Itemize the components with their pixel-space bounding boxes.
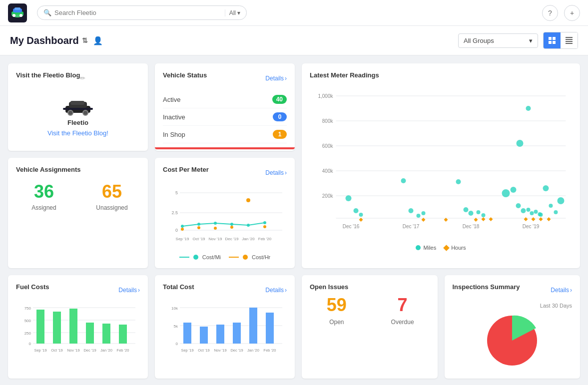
edit-icon[interactable]: ✏ (80, 74, 85, 82)
total-cost-details[interactable]: Details › (265, 287, 287, 294)
svg-point-42 (422, 211, 426, 215)
meter-scatter-chart: 1,000k 800k 600k 400k 200k Dec '16 Dec '… (310, 91, 572, 241)
svg-text:Dec '17: Dec '17 (403, 224, 420, 229)
svg-marker-68 (489, 217, 493, 221)
expand-view-button[interactable] (561, 32, 578, 48)
meter-readings-header: Latest Meter Readings (310, 71, 572, 85)
svg-point-61 (554, 210, 558, 214)
svg-point-18 (68, 110, 73, 115)
total-cost-header: Total Cost Details › (163, 283, 287, 297)
assigned-item: 36 Assigned (16, 181, 72, 211)
svg-rect-109 (102, 324, 110, 344)
svg-rect-107 (69, 309, 77, 344)
svg-rect-105 (36, 310, 44, 344)
fleetio-logo (8, 3, 27, 22)
svg-point-44 (464, 207, 469, 212)
vehicle-status-details[interactable]: Details › (265, 75, 287, 82)
svg-text:0: 0 (175, 228, 178, 233)
svg-point-40 (409, 208, 414, 213)
grid-icon (549, 37, 556, 44)
add-button[interactable]: + (564, 5, 580, 21)
svg-text:250: 250 (24, 331, 31, 336)
unassigned-label: Unassigned (96, 204, 127, 211)
cost-per-meter-header: Cost Per Meter Details › (163, 166, 287, 179)
page-header: My Dashboard ⇅ 👤 All Groups ▾ (0, 26, 588, 55)
cost-line-chart: 5 2.5 0 Sep '19 Oct '19 (163, 185, 287, 250)
chevron-down-icon: ▾ (529, 37, 533, 44)
unassigned-count: 65 (102, 181, 122, 202)
svg-text:Dec '19: Dec '19 (230, 348, 243, 353)
svg-point-47 (482, 213, 486, 217)
svg-point-59 (543, 185, 549, 191)
svg-rect-110 (119, 325, 127, 344)
svg-point-41 (417, 214, 421, 218)
blog-car-icon (63, 97, 93, 117)
svg-point-90 (263, 225, 266, 228)
logo[interactable] (8, 3, 27, 22)
svg-text:800k: 800k (322, 118, 334, 124)
grid-view-button[interactable] (544, 32, 561, 48)
cost-per-meter-chart: 5 2.5 0 Sep '19 Oct '19 (163, 185, 287, 250)
svg-point-82 (230, 223, 233, 226)
svg-point-50 (516, 203, 521, 208)
status-inshop-badge: 1 (273, 130, 287, 139)
svg-text:Dec '19: Dec '19 (83, 348, 96, 353)
svg-rect-14 (566, 43, 573, 44)
blog-content: Fleetio Visit the Fleetio Blog! (16, 91, 140, 143)
status-inactive-badge: 0 (273, 112, 287, 121)
groups-dropdown[interactable]: All Groups ▾ (458, 33, 538, 48)
svg-point-48 (502, 189, 510, 197)
svg-point-52 (527, 208, 531, 212)
svg-point-46 (477, 210, 481, 214)
svg-text:200k: 200k (322, 193, 334, 199)
svg-point-81 (214, 222, 217, 225)
svg-rect-128 (266, 313, 274, 344)
svg-text:Sep '19: Sep '19 (34, 348, 46, 353)
svg-text:10k: 10k (171, 306, 178, 311)
svg-text:Feb '20: Feb '20 (264, 348, 276, 353)
svg-rect-7 (549, 37, 552, 40)
title-chevron-icon[interactable]: ⇅ (82, 36, 88, 44)
svg-text:500: 500 (24, 319, 31, 323)
inspections-card: Inspections Summary Details › Last 30 Da… (445, 275, 581, 379)
svg-point-60 (549, 204, 553, 208)
svg-text:Jan '20: Jan '20 (242, 237, 255, 241)
fuel-costs-details[interactable]: Details › (118, 287, 140, 294)
meter-readings-legend: Miles Hours (310, 245, 572, 251)
search-filter[interactable]: All ▾ (225, 9, 240, 16)
open-issues-card: Open Issues 59 Open 7 Overdue (302, 275, 438, 379)
search-input[interactable] (54, 9, 222, 16)
svg-text:Oct '19: Oct '19 (198, 348, 210, 353)
svg-rect-123 (183, 323, 191, 344)
cost-per-meter-title: Cost Per Meter (163, 166, 209, 173)
svg-rect-11 (566, 37, 573, 38)
svg-point-83 (247, 224, 250, 227)
svg-text:750: 750 (24, 306, 31, 311)
fuel-costs-chart: 750 500 250 0 Sep '19 Oct '19 Nov '19 De… (16, 303, 140, 363)
assigned-count: 36 (34, 181, 54, 202)
svg-text:Dec '19: Dec '19 (523, 224, 540, 229)
user-icon[interactable]: 👤 (93, 36, 103, 45)
svg-point-38 (359, 213, 363, 217)
svg-rect-125 (216, 325, 224, 344)
legend-hours: Hours (444, 245, 466, 251)
status-inshop-row: In Shop 1 (163, 126, 287, 143)
svg-point-4 (19, 14, 22, 17)
svg-point-53 (530, 211, 534, 215)
svg-rect-9 (549, 41, 552, 44)
svg-point-80 (197, 223, 200, 226)
open-issues-title: Open Issues (310, 283, 348, 291)
blog-link[interactable]: Visit the Fleetio Blog! (47, 129, 108, 137)
status-active-label: Active (163, 96, 180, 103)
svg-rect-126 (233, 323, 241, 344)
total-cost-chart: 10k 5k 0 Sep '19 Oct '19 Nov '19 Dec '19… (163, 303, 287, 363)
help-button[interactable]: ? (542, 5, 558, 21)
svg-text:Sep '19: Sep '19 (176, 237, 189, 241)
svg-text:Feb '20: Feb '20 (258, 237, 272, 241)
cost-per-meter-legend: Cost/Mi Cost/Hr (163, 254, 287, 260)
search-bar[interactable]: 🔍 All ▾ (37, 5, 247, 20)
cost-per-meter-details[interactable]: Details › (265, 169, 287, 176)
meter-readings-title: Latest Meter Readings (310, 71, 379, 79)
inspections-details[interactable]: Details › (551, 287, 572, 294)
svg-rect-8 (553, 37, 556, 40)
